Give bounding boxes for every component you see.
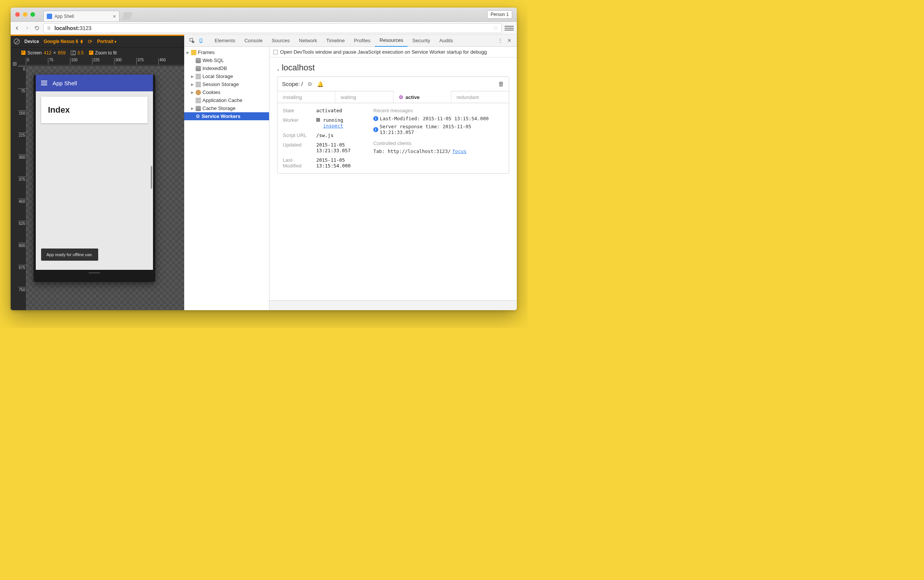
updated-value: 2015-11-05 13:21:33.057 [316,142,369,153]
state-value: activated [316,108,369,114]
devtools-tab-console[interactable]: Console [240,35,267,47]
resource-item-indexeddb[interactable]: IndexedDB [184,64,269,72]
devtools-tab-sources[interactable]: Sources [267,35,295,47]
url-host: localhost: [54,25,79,31]
sw-status-tab-active[interactable]: ⚙active [394,91,451,102]
devtools-tab-resources[interactable]: Resources [375,35,408,47]
sw-settings-gear-icon[interactable]: ⚙ [308,81,313,87]
dpr-group: 3.5 [71,50,84,56]
ruler-tick: 0 [18,66,26,71]
profile-badge[interactable]: Person 1 [487,10,512,19]
resource-icon [196,58,201,63]
content-card: Index [41,97,148,123]
new-tab-button[interactable] [122,12,132,20]
last-modified-label: Last-Modified [283,157,313,169]
devtools-tab-network[interactable]: Network [295,35,322,47]
devtools-close-icon[interactable]: ✕ [505,36,514,45]
sw-status-tab-waiting[interactable]: waiting [335,91,393,103]
zoom-checkbox[interactable] [89,51,93,55]
app-title: App Shell [53,80,77,86]
state-label: State [283,108,313,114]
device-select[interactable]: Google Nexus 6 ▲▼ [44,39,84,44]
window-close-button[interactable] [15,12,20,17]
worker-inspect-link[interactable]: inspect [323,123,343,129]
updated-label: Updated [283,142,313,153]
svg-point-2 [201,41,201,42]
sw-scope-label: Scope: / [282,81,303,87]
bookmark-star-icon[interactable]: ☆ [493,24,498,31]
resource-item-service-workers[interactable]: ⚙Service Workers [184,112,269,120]
sw-delete-trash-icon[interactable]: 🗑 [498,81,504,87]
devtools-tab-elements[interactable]: Elements [210,35,240,47]
ruler-tick: 525 [18,221,26,226]
device-toolbar: Device Google Nexus 6 ▲▼ ⟳ Portrait ▾ [11,36,184,47]
inspect-element-icon[interactable] [187,36,196,45]
devtools-tab-profiles[interactable]: Profiles [349,35,375,47]
reload-button[interactable] [33,25,40,31]
device-body: 075150225300375450525600675750 App Shell… [11,66,184,310]
resource-icon [196,90,201,95]
no-throttle-icon[interactable] [14,38,20,44]
resource-item-cache-storage[interactable]: ▶Cache Storage [184,104,269,112]
resource-item-frames[interactable]: ▶Frames [184,48,269,56]
devtools-tab-audits[interactable]: Audits [435,35,458,47]
gear-icon: ⚙ [399,94,404,100]
resource-icon: ⚙ [196,114,200,119]
tab-title: App Shell [54,14,74,19]
sw-status-tab-redundant[interactable]: redundant [451,91,509,103]
app-bar: App Shell [36,74,153,91]
devtools-tab-timeline[interactable]: Timeline [321,35,349,47]
resource-label: Application Cache [203,97,242,103]
tree-arrow-icon: ▶ [191,82,194,86]
device-toolbar-2: Screen 412 × 659 3.5 Zoom to fit [11,47,184,58]
orientation-select[interactable]: Portrait ▾ [97,39,117,44]
chrome-titlebar: App Shell × Person 1 [11,8,517,22]
resource-item-local-storage[interactable]: ▶Local Storage [184,72,269,80]
back-button[interactable] [14,25,21,31]
pause-on-start-checkbox[interactable] [273,50,278,54]
tree-arrow-icon: ▶ [191,74,194,78]
screen-checkbox[interactable] [21,51,25,55]
devtools-menu-icon[interactable]: ⋮ [496,36,505,45]
tab-close-icon[interactable]: × [113,13,116,20]
sw-push-bell-icon[interactable]: 🔔 [317,81,323,87]
resource-item-application-cache[interactable]: Application Cache [184,96,269,104]
rotate-icon[interactable]: ⟳ [88,38,92,44]
resource-item-cookies[interactable]: ▶Cookies [184,88,269,96]
resource-label: IndexedDB [203,66,227,71]
media-query-icon[interactable]: ▤ [13,61,17,66]
device-viewport: App Shell Index App ready for offline us… [26,66,184,310]
sw-status-tab-installing[interactable]: installing [277,91,335,103]
resource-item-session-storage[interactable]: ▶Session Storage [184,80,269,88]
resources-tree[interactable]: ▶FramesWeb SQLIndexedDB▶Local Storage▶Se… [184,47,269,310]
dpr-value[interactable]: 3.5 [77,50,84,56]
ruler-tick: 150 [18,110,26,115]
sw-stop-icon[interactable] [316,118,320,122]
client-focus-link[interactable]: focus [452,148,466,154]
script-url-value: /sw.js [316,132,369,138]
card-heading: Index [48,105,141,115]
sw-status-tabs: installingwaiting⚙activeredundant [277,91,509,103]
window-minimize-button[interactable] [23,12,27,17]
browser-tabs: App Shell × [43,8,487,21]
chrome-menu-button[interactable] [505,24,514,33]
phone-scrollbar[interactable] [151,166,152,189]
phone-home-bar [36,270,153,276]
ruler-tick: 375 [136,58,144,65]
ruler-tick: 0 [26,58,29,65]
recent-message-1: iLast-Modified: 2015-11-05 13:15:54.000 [373,116,504,121]
ruler-tick: 450 [158,58,166,65]
forward-button[interactable] [24,25,30,31]
hamburger-icon[interactable] [41,81,47,85]
window-maximize-button[interactable] [30,12,35,17]
site-info-icon[interactable]: 🗎 [47,25,51,31]
toggle-device-icon[interactable] [196,36,206,45]
sw-scope-box: Scope: / ⚙ 🔔 🗑 installingwaiting⚙activer… [277,76,509,173]
devtools-tab-security[interactable]: Security [408,35,435,47]
address-bar[interactable]: 🗎 localhost:3123 ☆ [43,23,502,33]
resource-item-web-sql[interactable]: Web SQL [184,56,269,64]
screen-height[interactable]: 659 [58,50,66,56]
resource-icon [196,74,201,79]
browser-tab[interactable]: App Shell × [43,11,120,21]
screen-width[interactable]: 412 [44,50,51,56]
